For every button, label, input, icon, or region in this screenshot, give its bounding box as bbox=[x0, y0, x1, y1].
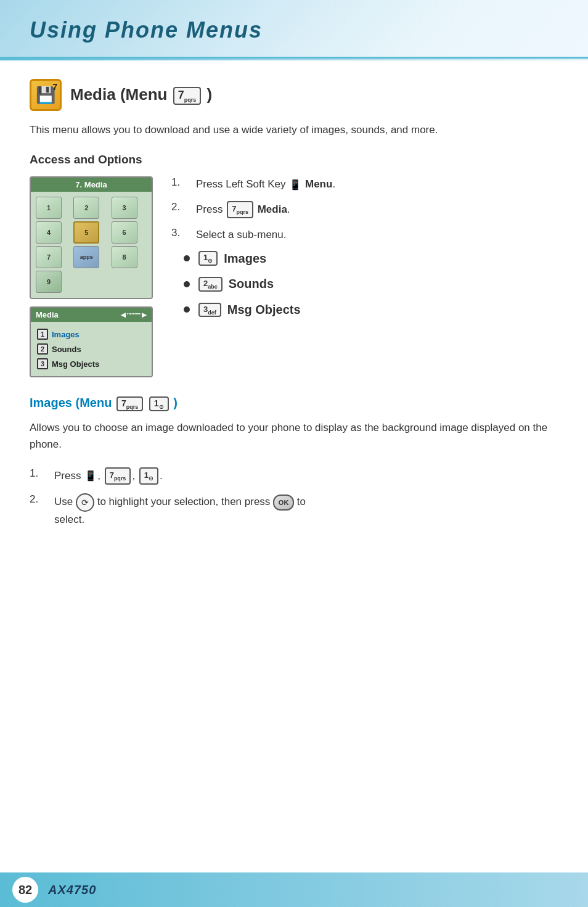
step-2-key: 7pqrs bbox=[227, 201, 253, 218]
images-step-1-text: Press 📱, 7pqrs, 1⊙. bbox=[54, 467, 163, 485]
steps-list: 1. Press Left Soft Key 📱 Menu. 2. Press … bbox=[171, 176, 558, 328]
images-step-1-num: 1. bbox=[30, 467, 44, 480]
step-3-text: Select a sub-menu. bbox=[196, 227, 286, 243]
step-2-num: 2. bbox=[171, 201, 186, 213]
images-step-2-text: Use ⟳ to highlight your selection, then … bbox=[54, 493, 306, 528]
grid-item-3: 3 bbox=[112, 197, 137, 219]
msgobj-key: 3def bbox=[198, 303, 221, 318]
images-key: 1⊙ bbox=[198, 251, 218, 266]
menu-item-msgobj-label: Msg Objects bbox=[52, 359, 99, 369]
menu-item-sounds-label: Sounds bbox=[52, 345, 81, 354]
sub-item-images: 1⊙ Images bbox=[171, 251, 558, 266]
images-step-1: 1. Press 📱, 7pqrs, 1⊙. bbox=[30, 467, 558, 485]
sub-item-images-label: 1⊙ Images bbox=[197, 251, 266, 266]
sub-item-sounds: 2abc Sounds bbox=[171, 277, 558, 292]
nav-dots: ◀•••••••••▶ bbox=[121, 311, 147, 318]
access-options-heading: Access and Options bbox=[30, 153, 558, 166]
ok-button-icon: OK bbox=[273, 495, 294, 511]
phone-screen-1: 7. Media 1 2 3 4 5 6 7 apps 8 9 bbox=[30, 176, 153, 299]
step-2-text: Press 7pqrs Media. bbox=[196, 201, 290, 218]
images-description: Allows you to choose an image downloaded… bbox=[30, 420, 558, 453]
grid-item-7: 7 bbox=[36, 246, 62, 268]
phone-screen-2: Media ◀•••••••••▶ 1 Images 2 Sounds bbox=[30, 306, 153, 377]
footer: 82 AX4750 bbox=[0, 872, 588, 907]
media-icon: 7 💾 bbox=[30, 79, 62, 111]
media-description: This menu allows you to download and use… bbox=[30, 122, 558, 138]
page-title: Using Phone Menus bbox=[30, 17, 558, 43]
menu-item-msgobj-num: 3 bbox=[37, 358, 48, 369]
images-heading-key2: 1⊙ bbox=[149, 396, 169, 412]
grid-item-apps: apps bbox=[73, 246, 99, 268]
step-1-text: Press Left Soft Key 📱 Menu. bbox=[196, 176, 335, 192]
step-1: 1. Press Left Soft Key 📱 Menu. bbox=[171, 176, 558, 192]
phone-screen-1-header: 7. Media bbox=[31, 178, 152, 192]
images-section: Images (Menu 7pqrs 1⊙ ) Allows you to ch… bbox=[30, 396, 558, 527]
images-step-2-num: 2. bbox=[30, 493, 44, 506]
images-step-2: 2. Use ⟳ to highlight your selection, th… bbox=[30, 493, 558, 528]
bullet-msgobj bbox=[184, 306, 190, 313]
media-section-heading: 7 💾 Media (Menu 7pqrs ) bbox=[30, 79, 558, 111]
menu-item-msgobj: 3 Msg Objects bbox=[37, 356, 145, 371]
phone-screen-1-grid: 1 2 3 4 5 6 7 apps 8 9 bbox=[31, 192, 152, 298]
step-2: 2. Press 7pqrs Media. bbox=[171, 201, 558, 218]
grid-item-6: 6 bbox=[112, 221, 137, 244]
phone-screen2-title: Media bbox=[36, 310, 59, 319]
bullet-images bbox=[184, 255, 190, 261]
grid-item-4: 4 bbox=[36, 221, 62, 244]
access-options-layout: 7. Media 1 2 3 4 5 6 7 apps 8 9 Media bbox=[30, 176, 558, 377]
menu-item-images: 1 Images bbox=[37, 327, 145, 342]
menu-item-images-label: Images bbox=[52, 330, 80, 339]
header-bar: Using Phone Menus bbox=[0, 0, 588, 59]
media-icon-number: 7 bbox=[52, 82, 57, 92]
media-title: Media (Menu 7pqrs ) bbox=[70, 85, 212, 104]
sub-item-sounds-label: 2abc Sounds bbox=[197, 277, 274, 292]
sounds-key: 2abc bbox=[198, 277, 223, 292]
menu-item-sounds: 2 Sounds bbox=[37, 342, 145, 356]
softkey-icon-2: 📱 bbox=[84, 469, 97, 483]
sub-items: 1⊙ Images 2abc Sounds 3def bbox=[171, 251, 558, 317]
step-3-num: 3. bbox=[171, 227, 186, 239]
softkey-icon: 📱 bbox=[288, 178, 302, 192]
step-1-num: 1. bbox=[171, 176, 186, 189]
images-heading-key1: 7pqrs bbox=[116, 396, 143, 412]
media-key-7pqrs: 7pqrs bbox=[173, 87, 202, 105]
phone-screen-2-header: Media ◀•••••••••▶ bbox=[31, 308, 152, 322]
grid-item-1: 1 bbox=[36, 197, 62, 219]
step-3: 3. Select a sub-menu. bbox=[171, 227, 558, 243]
sub-item-msgobj: 3def Msg Objects bbox=[171, 303, 558, 318]
menu-item-images-num: 1 bbox=[37, 329, 48, 340]
images-heading: Images (Menu 7pqrs 1⊙ ) bbox=[30, 396, 558, 411]
page-number: 82 bbox=[12, 877, 38, 903]
model-name: AX4750 bbox=[48, 883, 96, 897]
press-key-7: 7pqrs bbox=[105, 467, 131, 485]
grid-item-2: 2 bbox=[73, 197, 99, 219]
main-content: 7 💾 Media (Menu 7pqrs ) This menu allows… bbox=[0, 60, 588, 561]
sub-item-msgobj-label: 3def Msg Objects bbox=[197, 303, 301, 318]
bullet-sounds bbox=[184, 281, 190, 287]
grid-item-9: 9 bbox=[36, 271, 62, 293]
menu-item-sounds-num: 2 bbox=[37, 343, 48, 355]
press-key-1: 1⊙ bbox=[139, 467, 158, 485]
grid-item-8: 8 bbox=[112, 246, 137, 268]
nav-icon: ⟳ bbox=[76, 493, 94, 512]
phone-screens: 7. Media 1 2 3 4 5 6 7 apps 8 9 Media bbox=[30, 176, 153, 377]
phone-screen-2-body: 1 Images 2 Sounds 3 Msg Objects bbox=[31, 322, 152, 376]
grid-item-5: 5 bbox=[73, 221, 99, 244]
